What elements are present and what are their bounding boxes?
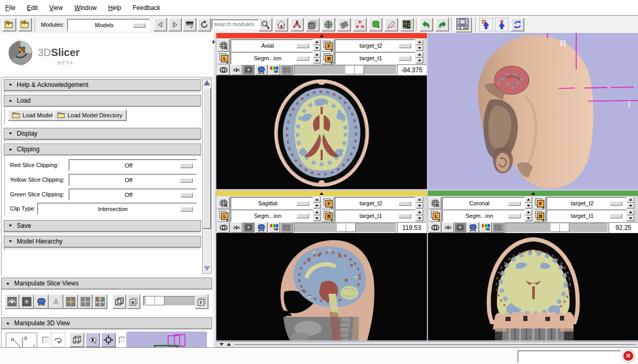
yellow-slice-clipping-dropdown[interactable]: Off	[69, 174, 197, 186]
yellow-labelmap-spinner[interactable]	[313, 209, 321, 221]
fit-to-window-button[interactable]	[467, 222, 479, 233]
link-slices-button[interactable]	[217, 222, 230, 233]
viewport-scrollbar[interactable]	[216, 341, 638, 347]
yellow-background-dropdown[interactable]: target_t1	[335, 209, 415, 222]
undo-button[interactable]	[420, 18, 433, 31]
yellow-orientation-spinner[interactable]	[313, 197, 321, 208]
section-save[interactable]: Save	[4, 220, 201, 231]
compare-layers-button[interactable]	[113, 294, 126, 309]
data-module-button[interactable]	[290, 18, 304, 31]
slider-handle[interactable]	[146, 296, 164, 305]
red-orientation-spinner[interactable]	[313, 39, 321, 51]
view-refresh-button[interactable]	[511, 18, 524, 31]
crosshair-button[interactable]	[63, 294, 78, 309]
rotate-view-button[interactable]	[51, 333, 65, 347]
section-model-hierarchy[interactable]: Model Hierarchy	[4, 236, 201, 247]
slice-plane-button[interactable]	[429, 197, 442, 209]
scrollbar-thumb[interactable]	[203, 87, 211, 229]
red-slice-offset-entry[interactable]: -84.375	[397, 64, 426, 75]
scroll-collapse-down-icon[interactable]	[219, 343, 224, 346]
grid-settings-button[interactable]	[280, 64, 293, 75]
color-legend-button[interactable]	[268, 222, 280, 233]
slice-annotations-button[interactable]: A	[49, 294, 63, 309]
green-orientation-dropdown[interactable]: Coronal	[442, 197, 525, 209]
section-help[interactable]: Help & Acknowledgement	[4, 79, 201, 91]
section-manipulate-slice-views[interactable]: Manipulate Slice Views	[1, 278, 212, 289]
green-slice-clipping-dropdown[interactable]: Off	[69, 189, 197, 201]
menu-file[interactable]: File	[5, 4, 15, 12]
red-foreground-button[interactable]: F	[322, 39, 334, 52]
module-refresh-button[interactable]	[197, 18, 211, 31]
red-slice-clipping-dropdown[interactable]: Off	[69, 159, 197, 171]
link-slices-button[interactable]	[429, 222, 442, 233]
module-search-button[interactable]	[259, 18, 272, 31]
navigation-crosshair-button[interactable]	[93, 294, 107, 309]
module-next-button[interactable]	[168, 18, 182, 31]
error-log-button[interactable]: ×	[622, 350, 634, 362]
module-search-input[interactable]	[212, 19, 259, 29]
load-model-button[interactable]: Load Model	[8, 109, 57, 121]
green-labelmap-button[interactable]: L	[429, 209, 442, 222]
interpolation-button[interactable]	[243, 64, 255, 75]
red-labelmap-dropdown[interactable]: Segm...ion	[230, 52, 313, 64]
annotate-module-button[interactable]	[384, 18, 398, 31]
yellow-slice-offset-entry[interactable]: 119.53	[397, 222, 426, 233]
slice-interpolation-button[interactable]	[19, 294, 34, 309]
slice-fov-button[interactable]: F	[195, 294, 208, 309]
section-display[interactable]: Display	[4, 128, 201, 139]
module-history-button[interactable]	[183, 18, 196, 31]
green-slice-bar[interactable]	[428, 191, 638, 196]
progress-field[interactable]	[518, 350, 621, 363]
red-labelmap-button[interactable]: L	[217, 52, 230, 64]
grid-settings-button[interactable]	[280, 222, 293, 233]
load-scene-button[interactable]	[3, 18, 16, 31]
red-background-spinner[interactable]	[416, 52, 423, 63]
menu-view[interactable]: View	[49, 4, 63, 12]
slider-handle[interactable]	[551, 223, 569, 232]
save-scene-button[interactable]	[18, 18, 32, 31]
editor-module-button[interactable]	[369, 18, 382, 31]
menu-help[interactable]: Help	[108, 4, 122, 12]
red-slice-offset-slider[interactable]	[294, 65, 397, 75]
menu-feedback[interactable]: Feedback	[133, 4, 160, 12]
fit-to-window-button[interactable]	[255, 222, 268, 233]
menu-window[interactable]: Window	[74, 4, 97, 12]
red-labelmap-spinner[interactable]	[313, 52, 321, 63]
scroll-collapse-up-icon[interactable]	[227, 343, 231, 346]
green-labelmap-dropdown[interactable]: Segm...ion	[442, 209, 525, 222]
red-orientation-dropdown[interactable]: Axial	[230, 39, 313, 52]
panel-scrollbar[interactable]	[202, 79, 212, 274]
load-model-directory-button[interactable]: Load Model Directory	[53, 109, 127, 121]
yellow-slice-offset-slider[interactable]	[294, 223, 397, 233]
yellow-labelmap-dropdown[interactable]: Segm...ion	[230, 209, 313, 222]
place-fiducial-star-button[interactable]	[495, 18, 509, 31]
center-view-button[interactable]	[101, 333, 116, 347]
yellow-foreground-button[interactable]: F	[322, 197, 334, 209]
slice-visibility-button[interactable]	[5, 294, 19, 309]
menu-edit[interactable]: Edit	[27, 4, 38, 12]
view-cube-button[interactable]	[70, 333, 84, 347]
slice-visible-3d-button[interactable]	[442, 222, 454, 233]
green-background-spinner[interactable]	[627, 209, 634, 221]
red-foreground-spinner[interactable]	[416, 39, 423, 51]
colors-module-button[interactable]	[400, 18, 414, 31]
red-background-button[interactable]: B	[322, 52, 334, 64]
red-slice-image[interactable]	[216, 75, 427, 189]
compare-background-button[interactable]: B	[127, 294, 140, 309]
green-foreground-button[interactable]: F	[533, 197, 546, 209]
clip-type-dropdown[interactable]: Intersection	[37, 203, 197, 215]
scrollbar-track[interactable]	[234, 344, 636, 345]
section-load[interactable]: Load	[4, 95, 201, 106]
slice-plane-button[interactable]	[217, 39, 230, 52]
section-manipulate-3d-view[interactable]: Manipulate 3D View	[1, 317, 212, 329]
yellow-background-spinner[interactable]	[416, 209, 423, 221]
scrollbar-up-arrow[interactable]	[204, 80, 210, 85]
yellow-slice-bar[interactable]	[216, 191, 427, 196]
green-orientation-spinner[interactable]	[525, 197, 532, 208]
home-module-button[interactable]	[274, 18, 288, 31]
green-slice-offset-slider[interactable]	[505, 223, 608, 233]
yellow-orientation-dropdown[interactable]: Sagittal	[230, 197, 313, 209]
green-background-button[interactable]: B	[533, 209, 546, 222]
grid-settings-button[interactable]	[492, 222, 504, 233]
color-legend-button[interactable]	[480, 222, 492, 233]
